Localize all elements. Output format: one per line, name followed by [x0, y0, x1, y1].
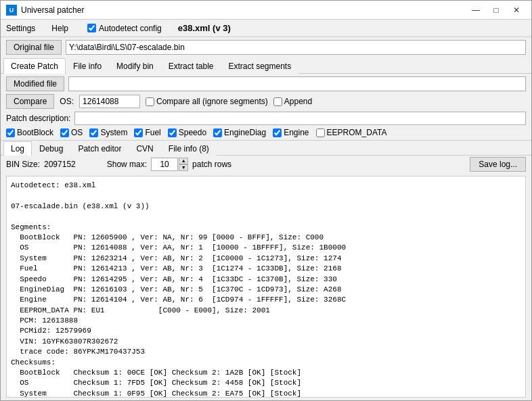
patch-desc-row: Patch description:	[6, 112, 526, 125]
minimize-button[interactable]: —	[466, 3, 485, 17]
save-log-button[interactable]: Save log...	[470, 157, 526, 172]
checkbox-fuel: Fuel	[134, 128, 160, 137]
checkbox-os: OS	[60, 128, 83, 137]
show-max-input[interactable]	[151, 158, 178, 171]
spinner-up-button[interactable]: ▲	[179, 158, 188, 164]
checkbox-speedo: Speedo	[168, 128, 206, 137]
title-bar: U Universal patcher — □ ✕	[1, 1, 531, 20]
os-input[interactable]	[79, 95, 140, 108]
log-tab-bar: Log Debug Patch editor CVN File info (8)	[1, 141, 531, 156]
original-file-row: Original file	[1, 37, 531, 57]
autodetect-checkbox[interactable]	[87, 24, 96, 32]
os-checkbox[interactable]	[60, 128, 69, 137]
checkbox-engine: Engine	[273, 128, 309, 137]
original-file-button[interactable]: Original file	[6, 40, 62, 55]
system-checkbox[interactable]	[89, 128, 98, 137]
svg-text:U: U	[9, 7, 14, 14]
append-checkbox[interactable]	[273, 97, 282, 106]
autodetect-area: Autodetect config	[87, 24, 162, 33]
checkbox-eeprom: EEPROM_DATA	[316, 128, 387, 137]
tab-create-patch[interactable]: Create Patch	[3, 58, 66, 74]
segments-checkbox-row: BootBlock OS System Fuel Speedo EngineDi…	[6, 128, 526, 137]
patch-rows-label: patch rows	[192, 160, 231, 169]
modified-file-row: Modified file	[6, 76, 526, 91]
compare-button[interactable]: Compare	[6, 94, 54, 109]
log-tab-debug[interactable]: Debug	[32, 141, 70, 156]
engine-checkbox[interactable]	[273, 128, 282, 137]
show-max-spinner: ▲ ▼	[151, 158, 188, 171]
checkbox-system: System	[89, 128, 127, 137]
os-label: OS:	[60, 97, 74, 106]
bootblock-checkbox[interactable]	[6, 128, 15, 137]
spinner-down-button[interactable]: ▼	[179, 164, 188, 171]
bin-size-value: 2097152	[44, 160, 76, 169]
log-tab-log[interactable]: Log	[3, 141, 32, 156]
tab-extract-table[interactable]: Extract table	[161, 58, 221, 74]
main-tab-bar: Create Patch File info Modify bin Extrac…	[1, 57, 531, 74]
menu-help[interactable]: Help	[49, 22, 71, 34]
patch-desc-label: Patch description:	[6, 114, 70, 123]
bin-size-row: BIN Size: 2097152 Show max: ▲ ▼ patch ro…	[1, 156, 531, 173]
window-controls: — □ ✕	[466, 3, 526, 17]
original-file-input[interactable]	[66, 40, 526, 55]
compare-row: Compare OS: Compare all (ignore segments…	[6, 94, 526, 109]
log-tab-patch-editor[interactable]: Patch editor	[70, 141, 129, 156]
patch-desc-input[interactable]	[74, 112, 526, 125]
log-content[interactable]: Autodetect: e38.xml 07-escalade.bin (e38…	[6, 176, 526, 398]
log-tab-file-info[interactable]: File info (8)	[161, 141, 217, 156]
checkbox-enginediag: EngineDiag	[213, 128, 266, 137]
checkbox-bootblock: BootBlock	[6, 128, 53, 137]
app-icon: U	[6, 5, 17, 16]
tab-modify-bin[interactable]: Modify bin	[109, 58, 161, 74]
create-patch-panel: Modified file Compare OS: Compare all (i…	[1, 74, 531, 140]
menu-settings[interactable]: Settings	[3, 22, 38, 34]
tab-extract-segments[interactable]: Extract segments	[221, 58, 298, 74]
show-max-label: Show max:	[107, 160, 147, 169]
modified-file-button[interactable]: Modified file	[6, 76, 64, 91]
menu-bar: Settings Help Autodetect config e38.xml …	[1, 20, 531, 37]
enginediag-checkbox[interactable]	[213, 128, 222, 137]
autodetect-label: Autodetect config	[87, 24, 162, 33]
close-button[interactable]: ✕	[507, 3, 526, 17]
append-label: Append	[273, 97, 312, 106]
tab-file-info[interactable]: File info	[66, 58, 109, 74]
fuel-checkbox[interactable]	[134, 128, 143, 137]
window-title: Universal patcher	[21, 5, 466, 15]
compare-all-label: Compare all (ignore segments)	[146, 97, 268, 106]
bin-size-label: BIN Size:	[6, 160, 40, 169]
speedo-checkbox[interactable]	[168, 128, 177, 137]
compare-all-checkbox[interactable]	[146, 97, 154, 106]
modified-file-input[interactable]	[68, 76, 526, 91]
main-window: U Universal patcher — □ ✕ Settings Help …	[0, 0, 532, 401]
app-title: e38.xml (v 3)	[178, 23, 231, 33]
log-tab-cvn[interactable]: CVN	[129, 141, 160, 156]
eeprom-checkbox[interactable]	[316, 128, 325, 137]
maximize-button[interactable]: □	[487, 3, 506, 17]
